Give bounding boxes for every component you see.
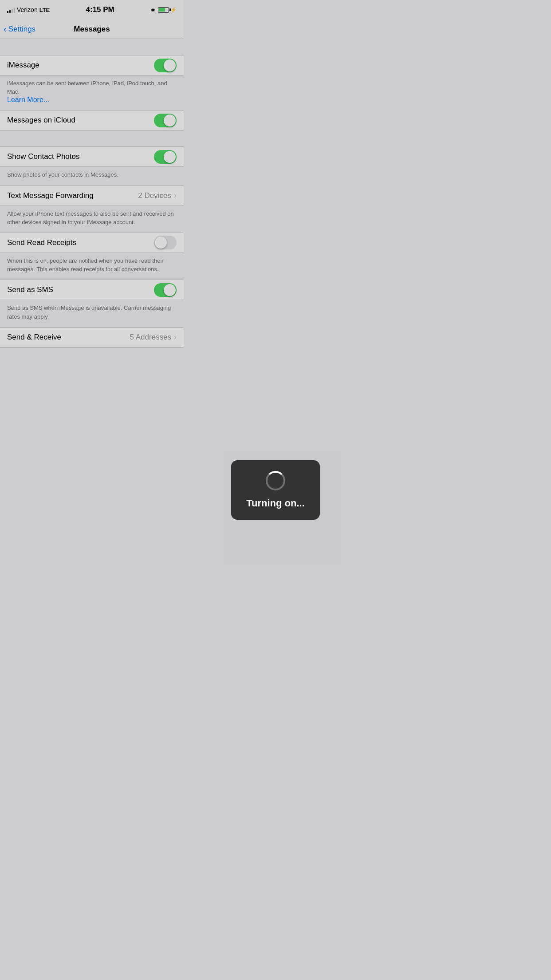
turning-on-overlay: Turning on... <box>0 0 184 348</box>
